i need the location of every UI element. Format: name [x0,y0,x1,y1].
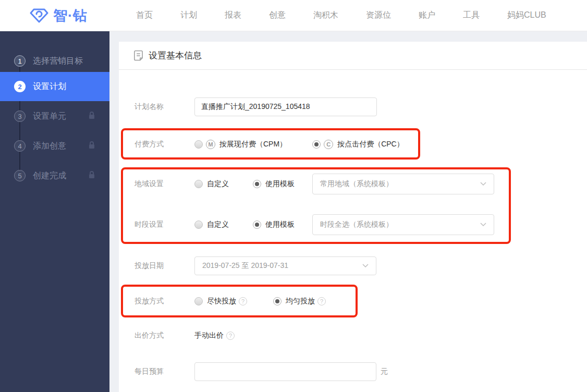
step-number-badge: 2 [14,81,26,92]
plan-name-input[interactable] [194,97,377,116]
radio-cpm-label[interactable]: 按展现付费（CPM） [219,140,287,149]
step-label: 设置计划 [33,81,66,92]
delivery-row: 投放方式 尽快投放 均匀投放 [134,293,326,309]
bid-method-label: 出价方式 [134,331,194,340]
lock-icon [88,111,95,121]
delivery-label: 投放方式 [134,297,194,306]
chevron-down-icon [480,182,486,186]
region-label: 地域设置 [134,179,194,189]
lock-icon [88,170,95,181]
daily-budget-row: 每日预算 元 [134,362,388,381]
pay-method-row: 付费方式 M 按展现付费（CPM） C 按点击付费（CPC） [134,137,404,152]
radio-delivery-fast[interactable] [194,297,203,305]
step-label: 选择营销目标 [33,56,83,67]
radio-region-template-label[interactable]: 使用模板 [265,179,295,189]
radio-cpc-label[interactable]: 按点击付费（CPC） [337,140,404,149]
radio-delivery-fast-label[interactable]: 尽快投放 [207,297,236,306]
radio-time-template[interactable] [253,220,261,229]
radio-delivery-even-label[interactable]: 均匀投放 [286,297,315,306]
top-navbar: 智·钻 首页 计划 报表 创意 淘积木 资源位 账户 工具 妈妈CLUB [0,0,587,31]
radio-time-custom[interactable] [194,220,203,229]
step-label: 设置单元 [33,111,66,122]
nav-menu: 首页 计划 报表 创意 淘积木 资源位 账户 工具 妈妈CLUB [136,10,546,21]
nav-item-mama-club[interactable]: 妈妈CLUB [507,10,546,21]
radio-time-custom-label[interactable]: 自定义 [207,220,229,229]
sidebar-step-complete: 5 创建完成 [0,161,109,190]
help-icon[interactable] [317,297,326,305]
nav-item-taojimu[interactable]: 淘积木 [313,10,338,21]
radio-cpc[interactable] [312,140,321,149]
time-template-select[interactable]: 时段全选（系统模板） [312,214,494,235]
radio-delivery-even[interactable] [273,297,282,305]
basic-info-card: 设置基本信息 计划名称 付费方式 M 按展现付费（CPM） C 按点击付费（CP… [119,42,587,392]
nav-item-plan[interactable]: 计划 [180,10,197,21]
chevron-down-icon [480,223,486,227]
sidebar-step-choose-goal[interactable]: 1 选择营销目标 [0,46,109,76]
bid-method-row: 出价方式 手动出价 [134,328,235,344]
page: 智·钻 首页 计划 报表 创意 淘积木 资源位 账户 工具 妈妈CLUB 1 选… [0,0,587,392]
nav-item-creative[interactable]: 创意 [269,10,286,21]
cpc-badge-icon: C [324,140,333,149]
nav-item-home[interactable]: 首页 [136,10,153,21]
step-label: 创建完成 [33,170,66,181]
step-number-badge: 4 [14,140,26,152]
radio-cpm[interactable] [194,140,203,149]
logo[interactable]: 智·钻 [30,0,88,31]
region-template-select[interactable]: 常用地域（系统模板） [312,174,494,194]
region-row: 地域设置 自定义 使用模板 常用地域（系统模板） [134,174,494,194]
step-number-badge: 1 [14,55,26,67]
time-range-row: 时段设置 自定义 使用模板 时段全选（系统模板） [134,214,494,235]
step-number-badge: 5 [14,170,26,181]
currency-unit: 元 [381,367,388,376]
nav-item-tools[interactable]: 工具 [463,10,480,21]
date-range-value: 2019-07-25 至 2019-07-31 [202,261,288,271]
time-range-label: 时段设置 [134,220,194,229]
nav-item-report[interactable]: 报表 [225,10,241,21]
step-number-badge: 3 [14,111,26,122]
time-template-select-value: 时段全选（系统模板） [320,220,393,229]
radio-region-custom-label[interactable]: 自定义 [207,179,229,189]
plan-name-row: 计划名称 [134,97,377,116]
lock-icon [88,141,95,151]
gem-logo-icon [30,8,48,23]
step-label: 添加创意 [33,141,66,152]
sidebar-step-add-creative: 4 添加创意 [0,131,109,161]
radio-region-custom[interactable] [194,180,203,188]
sidebar-step-set-unit: 3 设置单元 [0,102,109,131]
plan-name-label: 计划名称 [134,102,194,112]
step-sidebar: 1 选择营销目标 2 设置计划 3 设置单元 4 添加创意 5 创建完成 [0,31,109,392]
logo-text: 智·钻 [53,6,88,25]
help-icon[interactable] [226,332,235,340]
schedule-row: 投放日期 2019-07-25 至 2019-07-31 [134,256,376,275]
pay-method-label: 付费方式 [134,140,194,149]
card-header: 设置基本信息 [119,42,587,70]
nav-item-account[interactable]: 账户 [419,10,435,21]
nav-item-resource[interactable]: 资源位 [366,10,391,21]
daily-budget-label: 每日预算 [134,367,194,376]
region-template-select-value: 常用地域（系统模板） [320,179,393,189]
radio-time-template-label[interactable]: 使用模板 [265,220,295,229]
sidebar-step-set-plan[interactable]: 2 设置计划 [0,72,109,101]
cpm-badge-icon: M [206,140,215,149]
daily-budget-input[interactable] [194,362,376,381]
help-icon[interactable] [239,297,247,305]
radio-region-template[interactable] [253,180,261,188]
bid-method-value: 手动出价 [194,331,224,340]
schedule-label: 投放日期 [134,261,194,271]
section-title: 设置基本信息 [149,50,202,62]
date-range-select[interactable]: 2019-07-25 至 2019-07-31 [194,256,376,275]
document-icon [133,50,143,61]
chevron-down-icon [362,264,369,268]
